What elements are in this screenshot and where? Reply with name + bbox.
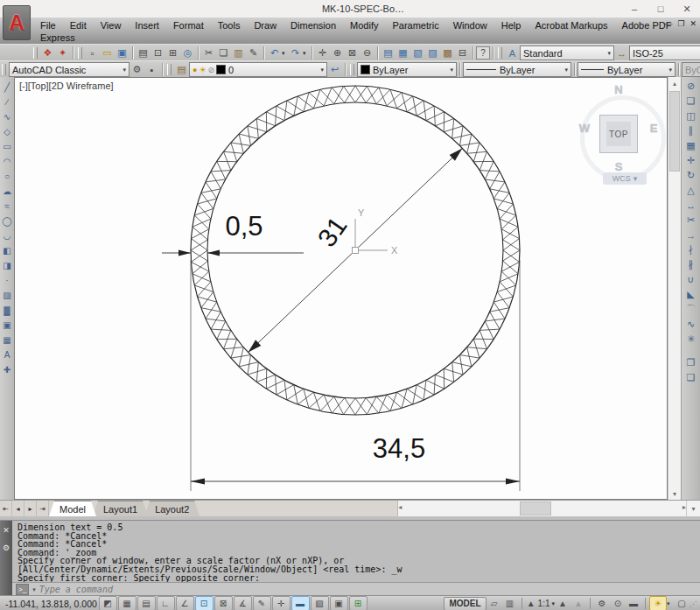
stretch-icon[interactable]: ↔ (683, 198, 699, 213)
workspace-combo[interactable]: AutoCAD Classic ▾ (9, 62, 130, 77)
annotation-auto-scale-icon[interactable]: ▲ (555, 597, 570, 610)
toolbar-grip[interactable] (33, 47, 38, 59)
save-icon[interactable]: ▣ (115, 46, 130, 60)
lineweight-toggle[interactable]: ▬ (291, 596, 310, 610)
menu-parametric[interactable]: Parametric (385, 20, 445, 31)
undo-dropdown-icon[interactable]: ▾ (282, 50, 288, 57)
model-space-button[interactable]: MODEL (444, 597, 486, 610)
join-icon[interactable]: ∪ (683, 272, 699, 287)
menu-insert[interactable]: Insert (128, 20, 166, 31)
send-to-back-icon[interactable]: ❏ (683, 370, 699, 385)
table-icon[interactable]: ▦ (1, 333, 14, 347)
doc-restore-button[interactable]: ❐ (677, 19, 684, 28)
help-icon[interactable]: ? (476, 46, 490, 60)
menu-window[interactable]: Window (446, 20, 494, 31)
dynamic-ucs-toggle[interactable]: ✎ (253, 596, 271, 610)
close-button[interactable]: ✕ (674, 0, 700, 18)
rotate-icon[interactable]: ↻ (683, 168, 699, 183)
create-block-icon[interactable]: ◨ (1, 258, 14, 273)
horizontal-scrollbar-thumb[interactable] (520, 501, 551, 515)
chamfer-icon[interactable]: ◣ (683, 287, 699, 302)
extend-icon[interactable]: → (683, 228, 699, 242)
publish-icon[interactable]: ⊞ (165, 46, 180, 60)
toolbar-lock-icon[interactable]: ⊙ (610, 597, 626, 610)
3d-object-snap-toggle[interactable]: ⊠ (214, 596, 233, 610)
command-history[interactable]: Dimension text = 0.5 Command: *Cancel* C… (12, 521, 700, 582)
layer-properties-icon[interactable]: ▤ (174, 63, 189, 77)
command-input[interactable]: >_ ▾ Type a command (12, 582, 700, 596)
bring-to-front-icon[interactable]: ❐ (683, 355, 699, 370)
pan-icon[interactable]: ✛ (315, 46, 330, 60)
toolbar-grip[interactable] (78, 47, 82, 59)
resize-grip[interactable]: ⋰ (690, 599, 700, 608)
object-snap-tracking-toggle[interactable]: ∡ (234, 596, 252, 610)
polar-tracking-toggle[interactable]: ∠ (176, 596, 194, 610)
batch-pdf-icon[interactable]: ✦ (55, 46, 70, 60)
construction-line-icon[interactable]: ∕ (1, 95, 14, 109)
toolbar-grip[interactable] (498, 47, 502, 59)
quick-view-layouts-icon[interactable]: ▥ (502, 597, 518, 610)
workspace-settings-icon[interactable]: ⚙ (130, 63, 144, 77)
layer-previous-icon[interactable]: ↩ (327, 63, 342, 77)
horizontal-scrollbar-track[interactable] (402, 501, 682, 516)
doc-close-button[interactable]: ✕ (690, 19, 696, 28)
markup-set-manager-icon[interactable]: ▩ (440, 46, 455, 60)
redo-dropdown-icon[interactable]: ▾ (303, 50, 309, 57)
selection-cycling-toggle[interactable]: ⊞ (349, 596, 368, 610)
viewcube-east[interactable]: E (646, 122, 662, 135)
menu-view[interactable]: View (94, 20, 129, 31)
tab-next-icon[interactable]: ▸ (24, 501, 37, 516)
color-combo[interactable]: ByLayer ▾ (357, 62, 457, 77)
trim-icon[interactable]: ✂ (683, 213, 699, 228)
coordinate-display[interactable]: -11.041, 13.818, 0.000 (0, 599, 98, 609)
horizontal-scrollbar[interactable]: ◂ ▸ (397, 501, 686, 516)
dimension-style-icon[interactable]: ↔ (614, 46, 629, 60)
paste-icon[interactable]: ▥ (231, 46, 246, 60)
tab-layout2[interactable]: Layout2 (144, 501, 200, 516)
workspace-save-icon[interactable]: ▪ (144, 63, 159, 77)
infer-constraints-toggle[interactable]: ◩ (99, 596, 117, 610)
dimension-style-combo[interactable]: ISO-25 ▾ (629, 46, 700, 60)
annotation-visibility-icon[interactable]: ▲ (570, 597, 586, 610)
maximize-button[interactable]: □ (648, 0, 674, 18)
move-icon[interactable]: ✛ (683, 153, 699, 168)
offset-icon[interactable]: ∥ (683, 123, 699, 138)
match-properties-icon[interactable]: ✎ (246, 46, 261, 60)
annotation-scale-control[interactable]: ▲ 1:1 ▾ (526, 597, 555, 610)
tab-first-icon[interactable]: ⇤ (0, 501, 12, 516)
toolbar-grip[interactable] (350, 64, 354, 75)
toolbar-grip[interactable] (167, 64, 172, 75)
array-icon[interactable]: ▦ (683, 138, 699, 153)
plot-preview-icon[interactable]: ⊡ (150, 46, 165, 60)
multiline-text-icon[interactable]: A (1, 347, 14, 362)
menu-help[interactable]: Help (494, 20, 528, 31)
add-selected-icon[interactable]: ✚ (1, 362, 14, 377)
viewcube-top-face[interactable]: TOP (599, 115, 638, 153)
hatch-icon[interactable]: ▨ (1, 288, 14, 303)
doc-minimize-button[interactable]: — (664, 19, 672, 28)
scale-icon[interactable]: △ (683, 183, 699, 198)
blend-curves-icon[interactable]: ∿ (683, 317, 699, 332)
scroll-up-icon[interactable]: ▴ (668, 77, 681, 89)
scrollbar-corner-down-icon[interactable]: ▾ (686, 501, 700, 516)
zoom-window-icon[interactable]: ⊠ (345, 46, 360, 60)
viewcube-wcs-menu[interactable]: WCS ▾ (603, 172, 647, 185)
ortho-toggle[interactable]: ∟ (157, 596, 175, 610)
vertical-scrollbar[interactable]: ▴ ▾ (668, 77, 681, 500)
command-customize-icon[interactable]: ⚙ (3, 543, 10, 552)
layer-combo[interactable]: ● ☀ ⊘ 0 ▾ (189, 62, 327, 77)
menu-tools[interactable]: Tools (211, 20, 248, 31)
convert-to-pdf-icon[interactable]: ❖ (40, 46, 55, 60)
plot-icon[interactable]: ▤ (136, 46, 150, 60)
hardware-acceleration-icon[interactable]: ▬ (626, 597, 641, 610)
sheet-set-manager-icon[interactable]: ▨ (425, 46, 440, 60)
polyline-icon[interactable]: ∿ (1, 109, 14, 124)
toolbar-grip[interactable] (2, 64, 6, 75)
grid-toggle[interactable]: ▤ (137, 596, 156, 610)
break-at-point-icon[interactable]: ∤ (683, 242, 699, 257)
menu-acrobat-markups[interactable]: Acrobat Markups (528, 20, 614, 31)
designcenter-icon[interactable]: ▦ (396, 46, 410, 60)
lineweight-combo[interactable]: ByLayer ▾ (578, 62, 676, 77)
scroll-down-icon[interactable]: ▾ (668, 487, 681, 500)
redo-icon[interactable]: ↷ (288, 46, 303, 60)
